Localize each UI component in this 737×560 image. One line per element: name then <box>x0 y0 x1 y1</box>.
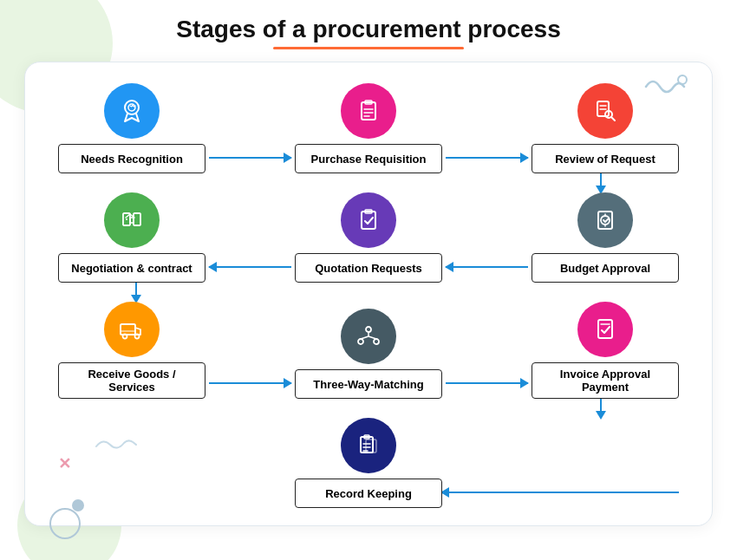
svg-point-27 <box>358 339 363 344</box>
negotiation-icon <box>104 192 160 248</box>
budget-approval-icon <box>577 192 633 248</box>
svg-rect-3 <box>362 102 375 120</box>
record-keeping-label: Record Keeping <box>295 479 442 508</box>
quotation-requests-icon <box>341 192 396 248</box>
vert-arrow-left-down <box>131 283 141 303</box>
receive-goods-icon <box>104 302 160 357</box>
svg-rect-32 <box>598 320 612 338</box>
flow-row-3: Receive Goods / Services <box>49 302 688 399</box>
purchase-requisition-icon <box>341 83 396 139</box>
svg-point-24 <box>135 335 140 339</box>
node-review-of-request: Review of Request <box>532 83 679 173</box>
spacer-row-3 <box>49 399 688 418</box>
svg-point-23 <box>123 335 127 339</box>
node-invoice-approval: Invoice Approval Payment <box>532 302 679 399</box>
three-way-matching-icon <box>341 309 396 364</box>
spacer-row-2 <box>49 283 688 302</box>
needs-recognition-icon <box>104 83 160 139</box>
svg-line-31 <box>368 336 376 339</box>
vert-arrow-right-down <box>596 173 606 194</box>
needs-recognition-label: Needs Recognition <box>58 144 205 173</box>
spacer-row-1 <box>49 173 688 192</box>
node-budget-approval: Budget Approval <box>532 192 679 283</box>
invoice-approval-label: Invoice Approval Payment <box>532 362 679 399</box>
svg-point-2 <box>128 104 135 111</box>
budget-approval-label: Budget Approval <box>532 253 679 283</box>
vert-arrow-right-down-2 <box>596 399 606 420</box>
node-purchase-requisition: Purchase Requisition <box>295 83 442 173</box>
svg-rect-14 <box>134 213 140 225</box>
node-needs-recognition: Needs Recognition <box>58 83 205 173</box>
node-receive-goods: Receive Goods / Services <box>58 302 205 399</box>
svg-point-1 <box>125 101 139 114</box>
negotiation-contract-label: Negotiation & contract <box>58 253 205 283</box>
diagram-card: ✕ <box>24 62 713 526</box>
svg-point-26 <box>366 327 371 332</box>
review-of-request-label: Review of Request <box>532 144 679 173</box>
svg-rect-22 <box>121 324 135 335</box>
three-way-matching-label: Three-Way-Matching <box>295 369 442 399</box>
arrow-2-3 <box>442 157 532 159</box>
arrow-1-2 <box>205 157 295 159</box>
purchase-requisition-label: Purchase Requisition <box>295 144 442 173</box>
svg-line-30 <box>361 336 368 339</box>
title-underline <box>273 47 464 49</box>
arrow-8-9 <box>442 382 532 384</box>
arrow-7-8 <box>205 382 295 384</box>
node-quotation-requests: Quotation Requests <box>295 192 442 283</box>
svg-point-28 <box>374 339 379 344</box>
flow-grid: Needs Recognition <box>49 83 688 508</box>
flow-row-2: Negotiation & contract <box>49 192 688 283</box>
flow-row-4: Record Keeping <box>49 418 688 508</box>
quotation-requests-label: Quotation Requests <box>295 253 442 283</box>
arrow-6-5 <box>442 266 532 268</box>
node-record-keeping: Record Keeping <box>295 418 442 508</box>
invoice-approval-icon <box>577 302 633 357</box>
receive-goods-label: Receive Goods / Services <box>58 362 205 399</box>
arrow-5-4 <box>205 266 295 268</box>
node-negotiation-contract: Negotiation & contract <box>58 192 205 283</box>
svg-line-12 <box>611 117 615 120</box>
review-of-request-icon <box>577 83 633 139</box>
record-keeping-line <box>441 492 679 493</box>
flow-row-1: Needs Recognition <box>49 83 688 173</box>
page-title: Stages of a procurement process <box>24 16 713 43</box>
svg-point-19 <box>601 216 610 225</box>
node-three-way-matching: Three-Way-Matching <box>295 309 442 399</box>
svg-rect-16 <box>362 212 375 229</box>
record-keeping-icon <box>341 418 396 473</box>
